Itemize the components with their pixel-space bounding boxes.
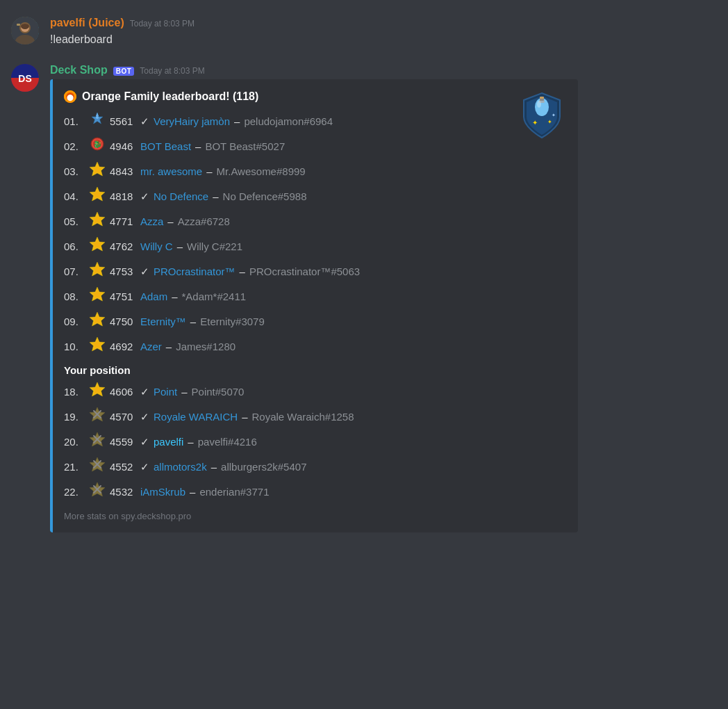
score: 4751 xyxy=(110,289,136,305)
separator: – xyxy=(213,189,218,205)
rank: 03. xyxy=(64,164,85,180)
score: 4606 xyxy=(110,384,136,400)
player-tag: BOT Beast#5027 xyxy=(205,139,285,155)
rank-icon xyxy=(89,457,106,478)
score: 4750 xyxy=(110,314,136,330)
rank-icon xyxy=(89,161,106,182)
pavelfi-message-group: pavelfi (Juice) Today at 8:03 PM !leader… xyxy=(0,11,728,53)
rank-icon xyxy=(89,336,106,357)
player-name: Royale WARAICH xyxy=(154,409,238,425)
score: 4946 xyxy=(110,139,136,155)
leaderboard-entry-3: 03. 4843 mr. awesome – Mr.Awesome#8999 xyxy=(64,161,504,182)
svg-point-11 xyxy=(537,101,541,108)
message-header: Deck Shop BOT Today at 8:03 PM xyxy=(50,64,717,76)
player-name: Eternity™ xyxy=(140,314,186,330)
embed-title: ⬤ Orange Family leaderboard! (118) xyxy=(64,90,567,103)
score: 4570 xyxy=(110,409,136,425)
player-tag: PROcrastinator™#5063 xyxy=(249,264,360,280)
separator: – xyxy=(190,484,195,500)
checkmark: ✓ xyxy=(140,114,149,130)
rank-icon xyxy=(89,311,106,332)
rank: 01. xyxy=(64,114,85,130)
rank-icon: 🐉 xyxy=(89,136,106,157)
player-name: Willy C xyxy=(140,239,173,255)
rank: 02. xyxy=(64,139,85,155)
rank: 22. xyxy=(64,484,85,500)
leaderboard-entry-5: 05. 4771 Azza – Azza#6728 xyxy=(64,211,504,232)
player-name: No Defence xyxy=(154,189,208,205)
separator: – xyxy=(206,164,212,180)
player-name: PROcrastinator™ xyxy=(154,264,235,280)
player-tag: Mr.Awesome#8999 xyxy=(217,164,306,180)
score: 4753 xyxy=(110,264,136,280)
separator: – xyxy=(211,459,217,475)
player-name: allmotors2k xyxy=(154,459,207,475)
rank: 04. xyxy=(64,189,85,205)
leaderboard-entry-21: 21. 4552 ✓ allmotors2k – allburgers2k#54… xyxy=(64,457,504,478)
separator: – xyxy=(181,384,187,400)
svg-point-4 xyxy=(21,24,29,29)
player-name: mr. awesome xyxy=(140,164,202,180)
message-content: Deck Shop BOT Today at 8:03 PM xyxy=(50,64,717,532)
your-position-label: Your position xyxy=(64,364,567,376)
separator: – xyxy=(172,289,177,305)
player-tag: Eternity#3079 xyxy=(200,314,265,330)
player-tag: *Adam*#2411 xyxy=(182,289,247,305)
player-name: Adam xyxy=(140,289,167,305)
embed: ✦ ✦ ✦ ⬤ Orange Family leaderboard! (118) xyxy=(50,79,578,532)
svg-text:✦: ✦ xyxy=(552,113,556,117)
player-name: Point xyxy=(154,384,177,400)
rank-icon xyxy=(89,432,106,453)
separator: – xyxy=(167,214,173,230)
leaderboard-entry-20: 20. 4559 ✓ pavelfi – pavelfi#4216 xyxy=(64,432,504,453)
svg-rect-12 xyxy=(540,97,544,99)
rank-icon xyxy=(89,261,106,282)
message-text: !leaderboard xyxy=(50,32,717,47)
leaderboard-entry-2: 02. 🐉 4946 BOT Beast – BOT Beast#5027 xyxy=(64,136,504,157)
checkmark: ✓ xyxy=(140,189,149,205)
leaderboard-entry-10: 10. 4692 Azer – James#1280 xyxy=(64,336,504,357)
bot-badge: BOT xyxy=(113,67,135,76)
player-tag: James#1280 xyxy=(176,339,235,355)
embed-thumbnail: ✦ ✦ ✦ xyxy=(517,90,567,140)
player-tag: Willy C#221 xyxy=(187,239,242,255)
player-name: Azza xyxy=(140,214,163,230)
score: 4771 xyxy=(110,214,136,230)
player-tag: Royale Waraich#1258 xyxy=(251,409,354,425)
score: 4843 xyxy=(110,164,136,180)
separator: – xyxy=(166,339,172,355)
rank: 06. xyxy=(64,239,85,255)
player-name: Azer xyxy=(140,339,162,355)
your-position-entries: 18. 4606 ✓ Point – Point#5070 19. xyxy=(64,382,567,503)
rank: 10. xyxy=(64,339,85,355)
message-header: pavelfi (Juice) Today at 8:03 PM xyxy=(50,17,717,29)
score: 4818 xyxy=(110,189,136,205)
player-tag: Azza#6728 xyxy=(178,214,230,230)
leaderboard-entry-4: 04. 4818 ✓ No Defence – No Defence#5988 xyxy=(64,186,504,207)
score: 4532 xyxy=(110,484,136,500)
svg-text:✦: ✦ xyxy=(547,119,552,125)
score: 5561 xyxy=(110,114,136,130)
separator: – xyxy=(234,114,240,130)
rank: 20. xyxy=(64,434,85,450)
separator: – xyxy=(240,264,245,280)
rank-icon xyxy=(89,407,106,427)
leaderboard-entries: 01. 5561 ✓ VeryHairy jamòn – peludojamon… xyxy=(64,111,567,357)
separator: – xyxy=(188,434,193,450)
svg-point-19 xyxy=(96,116,99,119)
checkmark: ✓ xyxy=(140,264,149,280)
separator: – xyxy=(177,239,183,255)
player-name: iAmSkrub xyxy=(140,484,185,500)
player-tag: No Defence#5988 xyxy=(223,189,307,205)
leaderboard-entry-7: 07. 4753 ✓ PROcrastinator™ – PROcrastina… xyxy=(64,261,504,282)
avatar-image xyxy=(11,17,39,44)
leaderboard-entry-6: 06. 4762 Willy C – Willy C#221 xyxy=(64,236,504,257)
score: 4552 xyxy=(110,459,136,475)
rank: 19. xyxy=(64,409,85,425)
username: pavelfi (Juice) xyxy=(50,17,124,29)
rank-icon xyxy=(89,382,106,402)
svg-rect-5 xyxy=(17,24,20,26)
rank-icon xyxy=(89,211,106,232)
rank-icon xyxy=(89,286,106,307)
leaderboard-entry-9: 09. 4750 Eternity™ – Eternity#3079 xyxy=(64,311,504,332)
